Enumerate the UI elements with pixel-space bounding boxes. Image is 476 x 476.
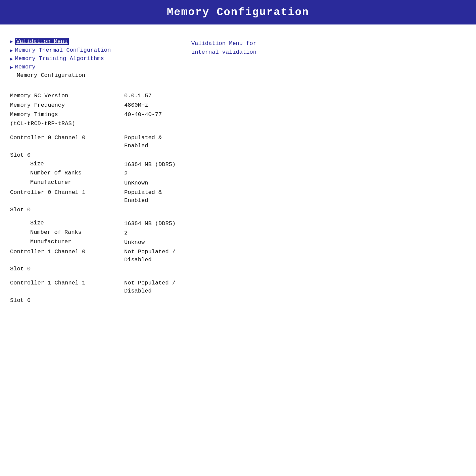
page-title: Memory Configuration xyxy=(0,0,476,24)
info-label: Size xyxy=(10,220,124,228)
info-row: Controller 1 Channel 0Not Populated / Di… xyxy=(10,248,185,264)
info-value: Populated & Enabled xyxy=(124,134,185,150)
nav-static-label: Memory Configuration xyxy=(17,72,185,78)
info-label: (tCL-tRCD-tRP-tRAS) xyxy=(10,120,124,128)
info-label: Controller 1 Channel 0 xyxy=(10,248,124,264)
arrow-icon: ▶ xyxy=(10,39,13,44)
info-value: Unknow xyxy=(124,239,185,247)
info-label: Controller 0 Channel 0 xyxy=(10,134,124,150)
left-panel: ▶Validation Menu▶Memory Thermal Configur… xyxy=(10,38,185,306)
tooltip-line1: Validation Menu for xyxy=(191,40,256,47)
info-label: Slot 0 xyxy=(10,297,124,305)
info-label: Slot 0 xyxy=(10,151,124,159)
info-label: Number of Ranks xyxy=(10,229,124,237)
info-label: Slot 0 xyxy=(10,265,124,273)
info-row: Controller 1 Channel 1Not Populated / Di… xyxy=(10,279,185,295)
header-title-text: Memory Configuration xyxy=(167,6,309,18)
right-panel: Validation Menu for internal validation xyxy=(191,38,466,306)
info-value: 0.0.1.57 xyxy=(124,92,185,100)
info-label: Memory Frequency xyxy=(10,101,124,109)
info-row: (tCL-tRCD-tRP-tRAS) xyxy=(10,120,185,128)
info-label: Size xyxy=(10,161,124,169)
info-value: Populated & Enabled xyxy=(124,189,185,205)
info-row: Memory RC Version0.0.1.57 xyxy=(10,92,185,100)
info-label: Memory Timings xyxy=(10,111,124,119)
info-value xyxy=(124,265,185,273)
info-label: Controller 0 Channel 1 xyxy=(10,189,124,205)
nav-item-label: Memory Training Algorithms xyxy=(15,55,104,62)
arrow-icon: ▶ xyxy=(10,64,13,70)
info-value: 2 xyxy=(124,170,185,178)
info-value: 16384 MB (DDR5) xyxy=(124,161,185,169)
nav-item-label: Memory xyxy=(15,64,35,70)
info-label: Slot 0 xyxy=(10,206,124,214)
info-table: Memory RC Version0.0.1.57Memory Frequenc… xyxy=(10,92,185,305)
info-row: MunufacturerUnknow xyxy=(10,239,185,247)
info-value: 40-40-40-77 xyxy=(124,111,185,119)
info-value: UnKnown xyxy=(124,179,185,187)
tooltip-line2: internal validation xyxy=(191,49,256,55)
info-label: Number of Ranks xyxy=(10,170,124,178)
info-row: ManufacturerUnKnown xyxy=(10,179,185,187)
info-row: Size16384 MB (DDR5) xyxy=(10,220,185,228)
info-row: Number of Ranks2 xyxy=(10,229,185,237)
info-label: Manufacturer xyxy=(10,179,124,187)
nav-item-memory[interactable]: ▶Memory xyxy=(10,64,185,70)
info-row: Controller 0 Channel 0Populated & Enable… xyxy=(10,134,185,150)
info-value xyxy=(124,120,185,128)
nav-item-label: Validation Menu xyxy=(15,38,69,45)
info-value: 4800MHz xyxy=(124,101,185,109)
info-row: Size16384 MB (DDR5) xyxy=(10,161,185,169)
info-label: Memory RC Version xyxy=(10,92,124,100)
info-row: Memory Timings40-40-40-77 xyxy=(10,111,185,119)
info-label: Controller 1 Channel 1 xyxy=(10,279,124,295)
info-row: Slot 0 xyxy=(10,297,185,305)
nav-item-memory-training[interactable]: ▶Memory Training Algorithms xyxy=(10,55,185,62)
info-row: Slot 0 xyxy=(10,206,185,214)
info-row: Number of Ranks2 xyxy=(10,170,185,178)
arrow-icon: ▶ xyxy=(10,56,13,62)
tooltip-text: Validation Menu for internal validation xyxy=(191,38,466,56)
info-row: Slot 0 xyxy=(10,151,185,159)
nav-item-memory-thermal[interactable]: ▶Memory Thermal Configuration xyxy=(10,47,185,53)
info-value xyxy=(124,151,185,159)
nav-item-validation-menu[interactable]: ▶Validation Menu xyxy=(10,38,185,45)
info-value xyxy=(124,297,185,305)
arrow-icon: ▶ xyxy=(10,48,13,53)
info-value: Not Populated / Disabled xyxy=(124,279,185,295)
info-row: Memory Frequency 4800MHz xyxy=(10,101,185,109)
info-value: 16384 MB (DDR5) xyxy=(124,220,185,228)
info-value: 2 xyxy=(124,229,185,237)
info-row: Controller 0 Channel 1Populated & Enable… xyxy=(10,189,185,205)
info-value: Not Populated / Disabled xyxy=(124,248,185,264)
nav-item-label: Memory Thermal Configuration xyxy=(15,47,111,53)
nav-section: ▶Validation Menu▶Memory Thermal Configur… xyxy=(10,38,185,78)
info-row: Slot 0 xyxy=(10,265,185,273)
info-value xyxy=(124,206,185,214)
info-label: Munufacturer xyxy=(10,239,124,247)
